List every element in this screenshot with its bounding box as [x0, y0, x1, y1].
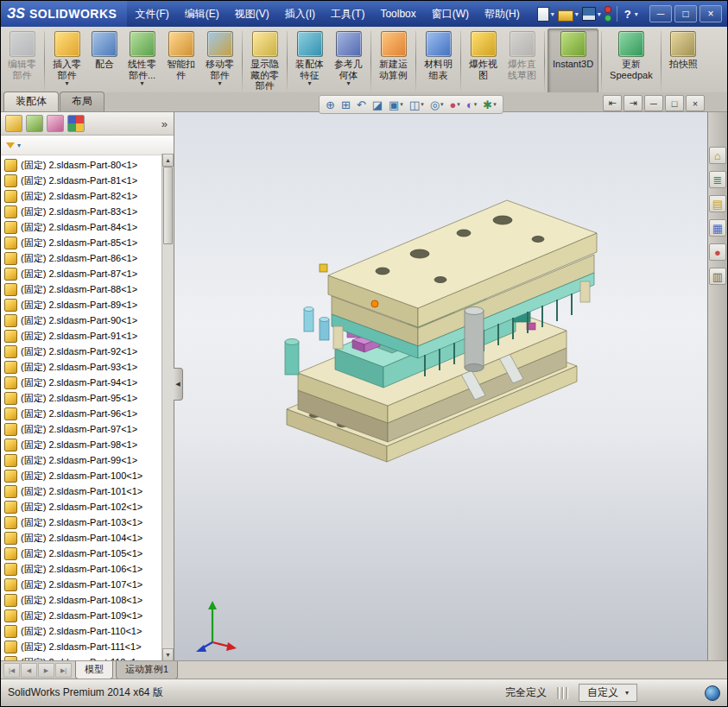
- appearances-button[interactable]: ●: [709, 243, 726, 261]
- tree-item[interactable]: (固定) 2.sldasm-Part-92<1>: [1, 344, 174, 359]
- apply-scene-button[interactable]: ◐▾: [464, 98, 479, 111]
- options-button[interactable]: [604, 6, 612, 22]
- tree-item[interactable]: (固定) 2.sldasm-Part-88<1>: [1, 281, 174, 297]
- panel-collapse-handle[interactable]: ◀: [174, 368, 183, 401]
- menu-item[interactable]: 视图(V): [227, 1, 277, 27]
- close-document-button[interactable]: ×: [686, 95, 705, 111]
- home-button[interactable]: ⌂: [709, 147, 726, 164]
- tree-item[interactable]: (固定) 2.sldasm-Part-91<1>: [1, 328, 174, 344]
- custom-dropdown[interactable]: 自定义 ▾: [579, 684, 637, 702]
- displaymanager-tab[interactable]: [67, 115, 85, 132]
- section-view-button[interactable]: ◪: [370, 98, 385, 111]
- menu-item[interactable]: 插入(I): [277, 1, 323, 27]
- take-snapshot-button[interactable]: 拍快照: [664, 28, 703, 94]
- commandmanager-tab[interactable]: 装配体: [3, 92, 59, 111]
- menu-item[interactable]: 窗口(W): [424, 1, 477, 27]
- tree-item[interactable]: (固定) 2.sldasm-Part-93<1>: [1, 359, 174, 375]
- collapse-pane-left-button[interactable]: ⇤: [603, 95, 622, 111]
- view-palette-button[interactable]: ▦: [709, 219, 726, 237]
- view-orientation-button[interactable]: ▣▾: [386, 98, 406, 111]
- minimize-document-button[interactable]: ─: [644, 95, 663, 111]
- show-hidden-components-button[interactable]: 显示隐 藏的零 部件: [245, 28, 284, 94]
- first-tab-button[interactable]: |◀: [3, 663, 20, 678]
- scroll-down-button[interactable]: ▼: [162, 648, 174, 661]
- tree-item[interactable]: (固定) 2.sldasm-Part-87<1>: [1, 266, 174, 281]
- globe-icon[interactable]: [705, 685, 720, 701]
- tree-item[interactable]: (固定) 2.sldasm-Part-85<1>: [1, 235, 174, 250]
- tree-item[interactable]: (固定) 2.sldasm-Part-90<1>: [1, 312, 174, 328]
- view-settings-button[interactable]: ✱▾: [480, 98, 498, 111]
- previous-tab-button[interactable]: ◀: [21, 663, 37, 678]
- tree-item[interactable]: (固定) 2.sldasm-Part-89<1>: [1, 297, 174, 312]
- menu-item[interactable]: Toolbox: [372, 1, 423, 27]
- save-button[interactable]: [581, 7, 597, 21]
- configurationmanager-tab[interactable]: [47, 115, 64, 132]
- instant3d-button[interactable]: Instant3D: [548, 28, 598, 94]
- tree-item[interactable]: (固定) 2.sldasm-Part-110<1>: [1, 623, 174, 639]
- smart-fasteners-button[interactable]: 智能扣 件: [161, 28, 200, 94]
- commandmanager-tab[interactable]: 布局: [60, 92, 104, 111]
- file-explorer-button[interactable]: ▤: [709, 195, 726, 212]
- menu-item[interactable]: 编辑(E): [177, 1, 227, 27]
- restore-document-button[interactable]: □: [665, 95, 684, 111]
- bill-of-materials-button[interactable]: 材料明 细表: [419, 28, 458, 94]
- tree-item[interactable]: (固定) 2.sldasm-Part-80<1>: [1, 157, 174, 173]
- move-component-button[interactable]: 移动零 部件▾: [200, 28, 239, 94]
- collapse-pane-right-button[interactable]: ⇥: [624, 95, 643, 111]
- design-library-button[interactable]: ≣: [709, 171, 726, 188]
- explode-line-sketch-button[interactable]: 爆炸直 线草图: [503, 28, 541, 94]
- tree-item[interactable]: (固定) 2.sldasm-Part-107<1>: [1, 577, 174, 592]
- tree-item[interactable]: (固定) 2.sldasm-Part-111<1>: [1, 639, 174, 654]
- tree-item[interactable]: (固定) 2.sldasm-Part-84<1>: [1, 219, 174, 235]
- mate-button[interactable]: 配合: [86, 28, 123, 94]
- document-tab[interactable]: 运动算例1: [116, 661, 178, 679]
- chevron-down-icon[interactable]: ▾: [17, 142, 21, 149]
- graphics-area[interactable]: [174, 112, 708, 661]
- new-document-button[interactable]: [536, 7, 550, 22]
- tree-item[interactable]: (固定) 2.sldasm-Part-109<1>: [1, 608, 174, 623]
- tree-item[interactable]: (固定) 2.sldasm-Part-99<1>: [1, 452, 174, 468]
- linear-component-pattern-button[interactable]: 线性零 部件...▾: [123, 28, 161, 94]
- custom-properties-button[interactable]: ▥: [709, 268, 726, 285]
- tree-item[interactable]: (固定) 2.sldasm-Part-94<1>: [1, 375, 174, 390]
- tree-item[interactable]: (固定) 2.sldasm-Part-102<1>: [1, 499, 174, 514]
- menu-item[interactable]: 文件(F): [127, 1, 176, 27]
- new-motion-study-button[interactable]: 新建运 动算例: [374, 28, 413, 94]
- scroll-up-button[interactable]: ▲: [162, 154, 174, 167]
- update-speedpak-button[interactable]: 更新 Speedpak: [605, 28, 658, 94]
- display-style-button[interactable]: ◫▾: [407, 98, 427, 111]
- filter-funnel-icon[interactable]: [6, 142, 15, 148]
- document-tab[interactable]: 模型: [75, 661, 113, 679]
- scrollbar-thumb[interactable]: [163, 167, 173, 244]
- exploded-view-button[interactable]: 爆炸视 图: [464, 28, 503, 94]
- open-button[interactable]: [557, 7, 574, 22]
- propertymanager-tab[interactable]: [26, 115, 43, 132]
- edit-component-button[interactable]: 编辑零 部件: [3, 28, 41, 94]
- tree-item[interactable]: (固定) 2.sldasm-Part-97<1>: [1, 421, 174, 437]
- reference-geometry-button[interactable]: 参考几 何体▾: [329, 28, 368, 94]
- previous-view-button[interactable]: ↶: [354, 98, 369, 111]
- menu-item[interactable]: 帮助(H): [477, 1, 528, 27]
- tree-scrollbar[interactable]: ▲ ▼: [161, 154, 174, 661]
- tree-item[interactable]: (固定) 2.sldasm-Part-104<1>: [1, 530, 174, 546]
- next-tab-button[interactable]: ▶: [38, 663, 54, 678]
- zoom-to-area-button[interactable]: ⊞: [339, 98, 353, 111]
- tree-item[interactable]: (固定) 2.sldasm-Part-100<1>: [1, 468, 174, 483]
- maximize-button[interactable]: □: [674, 5, 697, 22]
- tree-item[interactable]: (固定) 2.sldasm-Part-101<1>: [1, 483, 174, 499]
- tree-item[interactable]: (固定) 2.sldasm-Part-108<1>: [1, 592, 174, 608]
- tree-item[interactable]: (固定) 2.sldasm-Part-103<1>: [1, 514, 174, 530]
- tree-item[interactable]: (固定) 2.sldasm-Part-82<1>: [1, 188, 174, 204]
- tree-item[interactable]: (固定) 2.sldasm-Part-106<1>: [1, 561, 174, 577]
- insert-components-button[interactable]: 插入零 部件▾: [47, 28, 86, 94]
- hide-show-items-button[interactable]: ◎▾: [427, 98, 446, 111]
- zoom-to-fit-button[interactable]: ⊕: [323, 98, 338, 111]
- tree-item[interactable]: (固定) 2.sldasm-Part-86<1>: [1, 250, 174, 266]
- tree-item[interactable]: (固定) 2.sldasm-Part-83<1>: [1, 204, 174, 219]
- tree-item[interactable]: (固定) 2.sldasm-Part-96<1>: [1, 406, 174, 421]
- help-button[interactable]: ?: [622, 8, 634, 21]
- minimize-button[interactable]: ─: [649, 5, 672, 22]
- assembly-features-button[interactable]: 装配体 特征▾: [290, 28, 329, 94]
- featuremanager-tab[interactable]: [5, 115, 22, 132]
- menu-item[interactable]: 工具(T): [323, 1, 372, 27]
